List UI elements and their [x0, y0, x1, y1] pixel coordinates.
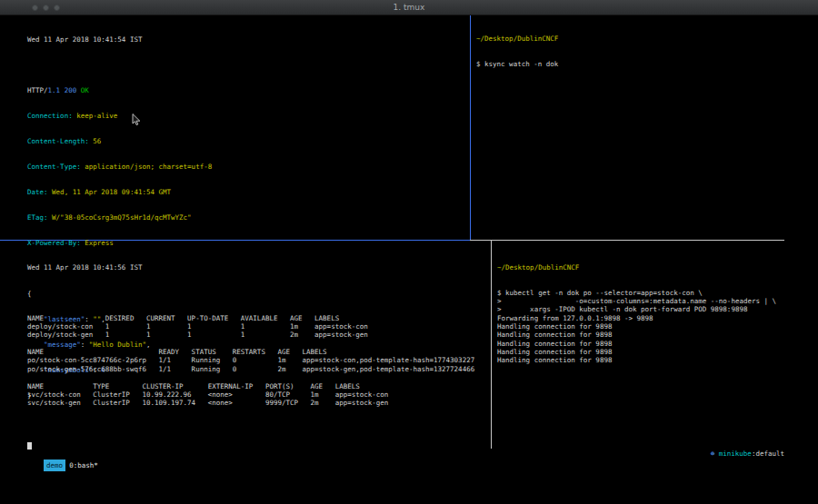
http-header: Content-Length: 56: [27, 137, 469, 145]
pane-ksync[interactable]: ~/Desktop/DublinCNCF $ ksync watch -n do…: [476, 17, 781, 238]
pane-port-forward[interactable]: ~/Desktop/DublinCNCF $ kubectl get -n do…: [497, 246, 783, 450]
pane-kubectl-resources[interactable]: Wed 11 Apr 2018 10:41:56 IST NAME DESIRE…: [27, 246, 489, 450]
cwd-path: ~/Desktop/DublinCNCF: [497, 263, 783, 272]
kube-namespace: :default: [752, 450, 784, 458]
kubectl-resource-tables: NAME DESIRED CURRENT UP-TO-DATE AVAILABL…: [27, 314, 489, 408]
http-header: Date: Wed, 11 Apr 2018 09:41:54 GMT: [27, 188, 469, 196]
pane-divider-vertical-bottom[interactable]: [491, 241, 492, 449]
window-titlebar: 1. tmux: [0, 0, 818, 15]
http-status-line: HTTP/1.1 200 OK: [27, 86, 469, 94]
timestamp: Wed 11 Apr 2018 10:41:54 IST: [27, 35, 469, 44]
tmux-status-bar: demo0:bash* ☸ minikube:default: [0, 448, 818, 460]
pane-http-response[interactable]: Wed 11 Apr 2018 10:41:54 IST HTTP/1.1 20…: [27, 18, 469, 239]
timestamp: Wed 11 Apr 2018 10:41:56 IST: [27, 263, 489, 272]
pane-divider-horizontal-inactive[interactable]: [470, 240, 784, 241]
pane-divider-vertical-top[interactable]: [470, 15, 471, 240]
kube-context-status: ☸ minikube:default: [711, 448, 784, 460]
kube-context: minikube: [719, 450, 752, 458]
mouse-pointer-icon: [132, 114, 141, 126]
window-tab[interactable]: 0:bash*: [69, 461, 98, 469]
http-header: Content-Type: application/json; charset=…: [27, 163, 469, 171]
port-forward-output: $ kubectl get -n dok po --selector=app=s…: [497, 289, 783, 365]
screen: 1. tmux Wed 11 Apr 2018 10:41:54 IST HTT…: [0, 0, 818, 504]
window-title: 1. tmux: [0, 3, 818, 12]
http-header: ETag: W/"38-05coCsrg3mQ75sHr1d/qcMTwYZc": [27, 213, 469, 222]
session-name: demo: [44, 460, 65, 471]
cwd-path: ~/Desktop/DublinCNCF: [476, 35, 781, 43]
http-header: Connection: keep-alive: [27, 112, 469, 120]
terminal: Wed 11 Apr 2018 10:41:54 IST HTTP/1.1 20…: [0, 15, 818, 460]
shell-command: $ ksync watch -n dok: [476, 60, 781, 68]
